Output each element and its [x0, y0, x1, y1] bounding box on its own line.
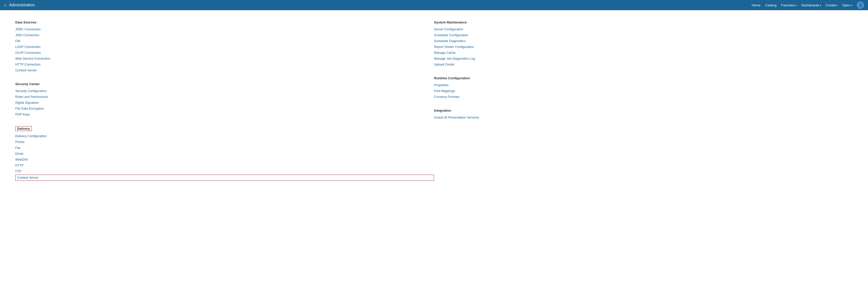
main-content: Data Sources JDBC Connection JNDI Connec…	[0, 10, 868, 200]
link-jdbc-connection[interactable]: JDBC Connection	[15, 27, 434, 32]
link-ftp[interactable]: FTP	[15, 169, 434, 174]
section-delivery: Delivery Delivery Configuration Printer …	[15, 126, 434, 181]
left-column: Data Sources JDBC Connection JNDI Connec…	[15, 20, 434, 190]
link-jndi-connection[interactable]: JNDI Connection	[15, 33, 434, 38]
link-currency-formats[interactable]: Currency Formats	[434, 94, 853, 100]
link-manage-cache[interactable]: Manage Cache	[434, 50, 853, 55]
link-email[interactable]: Email	[15, 151, 434, 156]
runtime-configuration-links: Properties Font Mappings Currency Format…	[434, 83, 853, 100]
link-roles-and-permissions[interactable]: Roles and Permissions	[15, 94, 434, 100]
link-delivery-configuration[interactable]: Delivery Configuration	[15, 134, 434, 139]
security-center-links: Security Configuration Roles and Permiss…	[15, 88, 434, 117]
link-upload-center[interactable]: Upload Center	[434, 62, 853, 67]
nav-catalog[interactable]: Catalog	[765, 3, 777, 7]
app-title: Administration	[9, 3, 35, 7]
link-report-viewer-configuration[interactable]: Report Viewer Configuration	[434, 44, 853, 50]
integration-title: Integration	[434, 109, 853, 112]
link-fax[interactable]: Fax	[15, 145, 434, 151]
nav-create[interactable]: Create	[826, 3, 838, 7]
delivery-title: Delivery	[15, 126, 32, 131]
link-scheduler-configuration[interactable]: Scheduler Configuration	[434, 33, 853, 38]
link-manage-job-diagnostics-log[interactable]: Manage Job Diagnostics Log	[434, 56, 853, 61]
nav-favorites[interactable]: Favorites	[781, 3, 797, 7]
header-left: ⌂ Administration	[4, 3, 35, 7]
link-file-data-encryption[interactable]: File Data Encryption	[15, 106, 434, 111]
section-integration: Integration Oracle BI Presentation Servi…	[434, 109, 853, 120]
home-icon[interactable]: ⌂	[4, 3, 7, 7]
link-ldap-connection[interactable]: LDAP Connection	[15, 44, 434, 50]
user-avatar[interactable]: 👤	[857, 2, 864, 9]
right-column: System Maintenance Server Configuration …	[434, 20, 853, 190]
link-olap-connection[interactable]: OLAP Connection	[15, 50, 434, 55]
link-file[interactable]: File	[15, 38, 434, 44]
nav-home[interactable]: Home	[752, 3, 761, 7]
link-digital-signature[interactable]: Digital Signature	[15, 100, 434, 105]
security-center-title: Security Center	[15, 82, 434, 86]
nav-open[interactable]: Open	[842, 3, 852, 7]
link-web-service-connection[interactable]: Web Service Connection	[15, 56, 434, 61]
link-pgp-keys[interactable]: PGP Keys	[15, 112, 434, 117]
system-maintenance-title: System Maintenance	[434, 20, 853, 24]
delivery-links: Delivery Configuration Printer Fax Email…	[15, 134, 434, 181]
link-oracle-bi-presentation-services[interactable]: Oracle BI Presentation Services	[434, 115, 853, 120]
section-security-center: Security Center Security Configuration R…	[15, 82, 434, 117]
system-maintenance-links: Server Configuration Scheduler Configura…	[434, 27, 853, 67]
link-http-connection[interactable]: HTTP Connection	[15, 62, 434, 67]
data-sources-title: Data Sources	[15, 20, 434, 24]
runtime-configuration-title: Runtime Configuration	[434, 76, 853, 80]
link-security-configuration[interactable]: Security Configuration	[15, 88, 434, 93]
link-printer[interactable]: Printer	[15, 139, 434, 144]
link-content-server-delivery[interactable]: Content Server	[15, 174, 434, 181]
link-server-configuration[interactable]: Server Configuration	[434, 27, 853, 32]
data-sources-links: JDBC Connection JNDI Connection File LDA…	[15, 27, 434, 73]
section-system-maintenance: System Maintenance Server Configuration …	[434, 20, 853, 67]
link-http[interactable]: HTTP	[15, 163, 434, 168]
link-scheduler-diagnostics[interactable]: Scheduler Diagnostics	[434, 38, 853, 44]
nav-dashboards[interactable]: Dashboards	[801, 3, 821, 7]
section-data-sources: Data Sources JDBC Connection JNDI Connec…	[15, 20, 434, 73]
header-nav: Home Catalog Favorites Dashboards Create…	[752, 2, 864, 9]
header: ⌂ Administration Home Catalog Favorites …	[0, 0, 868, 10]
integration-links: Oracle BI Presentation Services	[434, 115, 853, 120]
link-webdav[interactable]: WebDAV	[15, 157, 434, 162]
link-properties[interactable]: Properties	[434, 83, 853, 88]
link-font-mappings[interactable]: Font Mappings	[434, 88, 853, 93]
section-runtime-configuration: Runtime Configuration Properties Font Ma…	[434, 76, 853, 100]
link-content-server-datasource[interactable]: Content Server	[15, 68, 434, 73]
